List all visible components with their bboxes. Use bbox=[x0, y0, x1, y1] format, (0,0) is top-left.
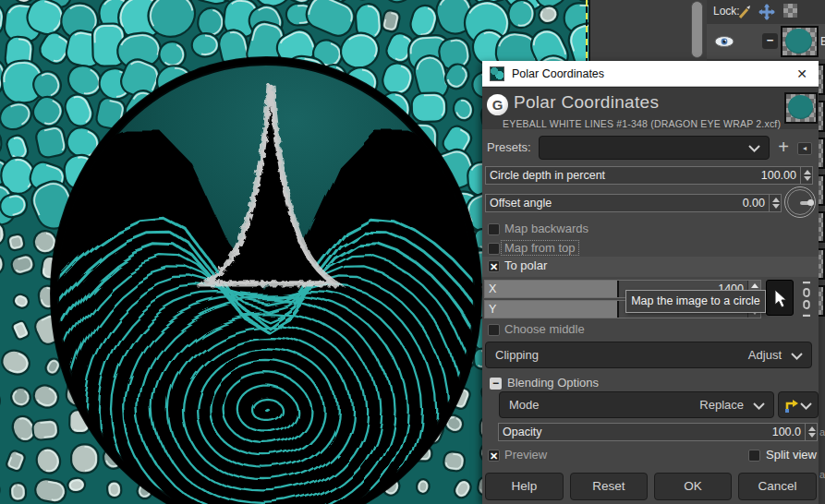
layer-row[interactable]: − E bbox=[707, 24, 825, 59]
reset-button[interactable]: Reset bbox=[570, 473, 648, 500]
blending-collapse-icon[interactable]: − bbox=[490, 378, 502, 390]
presets-menu-button[interactable]: ◂ bbox=[797, 142, 812, 155]
y-label: Y bbox=[489, 303, 496, 316]
x-label: X bbox=[489, 282, 496, 295]
tooltip: Map the image to a circle bbox=[625, 290, 766, 313]
layer-name-fragment: a bbox=[819, 469, 825, 480]
screen: Lock: − E bbox=[0, 0, 825, 504]
mode-label: Mode bbox=[509, 398, 540, 412]
chevron-down-icon bbox=[753, 402, 765, 410]
chevron-down-icon bbox=[800, 402, 812, 410]
layer-thumbnail-image bbox=[785, 29, 812, 54]
split-view-label[interactable]: Split view bbox=[766, 448, 817, 462]
clipping-label: Clipping bbox=[495, 348, 539, 362]
layer-name-fragment: E bbox=[820, 35, 825, 48]
preview-label[interactable]: Preview bbox=[504, 448, 547, 462]
help-button[interactable]: Help bbox=[485, 473, 564, 500]
presets-label: Presets: bbox=[487, 140, 531, 154]
choose-middle-label[interactable]: Choose middle bbox=[504, 322, 585, 336]
layer-visibility-eye-icon[interactable] bbox=[714, 35, 734, 48]
layer-name-fragment: a bbox=[819, 426, 825, 438]
window-icon bbox=[490, 66, 504, 81]
dialog-header: G Polar Coordinates EYEBALL WHITE LINES … bbox=[482, 87, 819, 129]
offset-angle-dial[interactable] bbox=[784, 186, 816, 218]
clipping-value: Adjust bbox=[748, 348, 782, 362]
polar-coordinates-dialog: Polar Coordinates ✕ G Polar Coordinates … bbox=[482, 61, 819, 504]
mode-reset-button[interactable] bbox=[778, 391, 819, 418]
preview-thumbnail bbox=[784, 92, 818, 124]
circle-depth-spinner[interactable] bbox=[801, 166, 813, 185]
preview-checkbox[interactable] bbox=[488, 450, 500, 462]
opacity-label: Opacity bbox=[503, 426, 541, 438]
to-polar-label[interactable]: To polar bbox=[504, 258, 547, 272]
mode-value: Replace bbox=[699, 398, 744, 412]
add-preset-button[interactable]: + bbox=[774, 138, 793, 157]
lock-label: Lock: bbox=[713, 5, 740, 18]
blending-options-label[interactable]: Blending Options bbox=[507, 376, 599, 390]
offset-angle-label: Offset angle bbox=[490, 197, 552, 210]
choose-middle-checkbox[interactable] bbox=[488, 324, 500, 336]
ok-button[interactable]: OK bbox=[654, 473, 732, 500]
offset-angle-spinner[interactable] bbox=[770, 194, 782, 212]
clipping-dropdown[interactable]: Clipping Adjust bbox=[485, 342, 812, 368]
cancel-button[interactable]: Cancel bbox=[738, 473, 817, 500]
circle-depth-label: Circle depth in percent bbox=[490, 169, 605, 182]
lock-position-move-icon[interactable] bbox=[758, 4, 775, 20]
offset-angle-slider[interactable]: Offset angle 0.00 bbox=[485, 194, 770, 212]
vertical-scrollbar-thumb[interactable] bbox=[691, 1, 703, 58]
lock-alpha-icon[interactable] bbox=[783, 4, 797, 18]
split-view-checkbox[interactable] bbox=[748, 450, 760, 462]
opacity-value: 100.0 bbox=[772, 426, 801, 438]
layer-thumbnail[interactable] bbox=[781, 26, 819, 57]
close-icon[interactable]: ✕ bbox=[793, 65, 811, 83]
layer-link-minus-box[interactable]: − bbox=[762, 33, 778, 49]
chevron-down-icon bbox=[748, 145, 760, 152]
reset-arrow-icon bbox=[783, 398, 799, 414]
circle-depth-slider[interactable]: Circle depth in percent 100.00 bbox=[485, 166, 801, 185]
dialog-subtitle: EYEBALL WHITE LINES #1-348 (DRAGON EYE W… bbox=[503, 118, 781, 129]
map-from-top-checkbox[interactable] bbox=[488, 243, 500, 255]
offset-angle-value: 0.00 bbox=[743, 197, 765, 210]
map-backwards-checkbox[interactable] bbox=[488, 223, 500, 235]
mode-dropdown[interactable]: Mode Replace bbox=[499, 391, 774, 418]
opacity-spinner[interactable] bbox=[806, 423, 818, 441]
map-from-top-label[interactable]: Map from top bbox=[502, 241, 578, 255]
to-polar-checkbox[interactable] bbox=[488, 260, 500, 272]
dialog-title: Polar Coordinates bbox=[514, 92, 659, 113]
map-backwards-label[interactable]: Map backwards bbox=[504, 222, 588, 235]
window-title: Polar Coordinates bbox=[512, 67, 604, 80]
lock-row: Lock: bbox=[707, 0, 825, 24]
chain-link-icon[interactable] bbox=[801, 282, 812, 317]
chevron-down-icon bbox=[791, 353, 803, 360]
dialog-titlebar[interactable]: Polar Coordinates ✕ bbox=[482, 61, 819, 87]
presets-dropdown[interactable] bbox=[539, 136, 770, 160]
middle-point-picker-button[interactable] bbox=[766, 280, 794, 316]
opacity-slider[interactable]: Opacity 100.0 bbox=[498, 423, 806, 441]
circle-depth-value: 100.00 bbox=[761, 169, 796, 182]
lock-pixels-brush-icon[interactable] bbox=[737, 4, 754, 20]
mouse-cursor-icon bbox=[773, 289, 788, 309]
gegl-logo-icon: G bbox=[487, 94, 508, 115]
